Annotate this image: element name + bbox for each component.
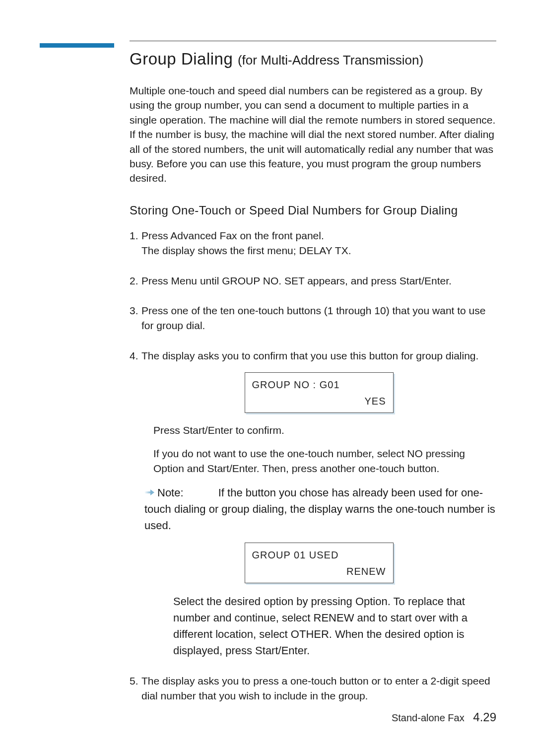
step-2: 2. Press Menu until GROUP NO. SET appear… [130,274,496,288]
step-number: 1. [130,228,138,243]
lcd-line-1: GROUP 01 USED [252,548,386,562]
section-heading: Storing One-Touch or Speed Dial Numbers … [130,204,496,217]
text: Press one of the ten one-touch buttons (… [141,305,485,331]
title-main: Group Dialing [130,50,238,68]
note-arrow-icon [144,490,155,496]
footer-page: 4.29 [473,710,496,724]
text: The display shows the first menu; DELAY … [141,243,496,258]
key-option: Option [153,463,184,474]
alt-line: If you do not want to use the one-touch … [153,446,496,477]
text: Press [141,275,171,286]
key-option: Option [355,595,388,608]
divider-thin [130,41,496,41]
title-sub: (for Multi-Address Transmission) [238,53,423,68]
step-5: 5. The display asks you to press a one-t… [130,674,496,704]
key-start-enter: Start/Enter [183,424,233,436]
key-menu: Menu [171,275,198,286]
note-text: If the button you chose has already been… [144,486,495,532]
text: . [449,275,452,286]
footer-label: Stand-alone Fax [392,712,465,723]
note-label: Note: [157,486,184,499]
step-4-sub: Press Start/Enter to confirm. If you do … [141,423,496,476]
note-block: Note: If the button you chose has alread… [141,484,496,534]
text: pressing [423,448,465,459]
step-number: 3. [130,303,138,318]
key-start-enter: Start/Enter [255,644,307,657]
text: The display asks you to press a one-touc… [141,675,490,701]
lcd-display-1: GROUP NO : G01 YES [245,372,394,413]
step-4: 4. The display asks you to confirm that … [130,348,496,659]
note-followup: Select the desired option by pressing Op… [141,593,496,659]
option-other: OTHER [291,628,329,640]
text: on the front panel. [237,230,324,241]
footer: Stand-alone Fax 4.29 [392,710,496,724]
lcd-line-2: YES [252,394,386,409]
step-number: 5. [130,674,138,688]
page-title: Group Dialing (for Multi-Address Transmi… [130,50,496,69]
text: to confirm. [233,424,284,436]
option-no: NO [407,448,423,459]
page: Group Dialing (for Multi-Address Transmi… [0,0,536,756]
text: Press [153,424,183,436]
text: . Then, press another one-touch button. [257,463,440,474]
lcd-line-2: RENEW [252,564,386,579]
text: until [197,275,222,286]
text: If you do not want to use the one-touch … [153,448,407,459]
step-number: 4. [130,348,138,363]
text: Press [141,230,170,241]
lcd-line-1: GROUP NO : G01 [252,378,386,392]
key-start-enter: Start/Enter [400,275,449,286]
content-area: Group Dialing (for Multi-Address Transmi… [130,50,496,719]
key-start-enter: Start/Enter [207,463,257,474]
steps-list: 1. Press Advanced Fax on the front panel… [130,228,496,704]
text: and [184,463,207,474]
lcd-display-2: GROUP 01 USED RENEW [245,543,394,583]
step-1: 1. Press Advanced Fax on the front panel… [130,228,496,259]
option-renew: RENEW [314,612,354,624]
step-number: 2. [130,274,138,288]
text: . [307,644,310,657]
intro-paragraph: Multiple one-touch and speed dial number… [130,83,496,186]
text: Select the desired option by pressing [173,595,355,608]
display-text: GROUP NO. SET [222,275,304,286]
key-advanced-fax: Advanced Fax [170,230,237,241]
text: The display asks you to confirm that you… [141,350,478,361]
text: appears, and press [304,275,399,286]
confirm-line: Press Start/Enter to confirm. [153,423,496,438]
divider-blue [40,43,114,48]
step-3: 3. Press one of the ten one-touch button… [130,303,496,334]
